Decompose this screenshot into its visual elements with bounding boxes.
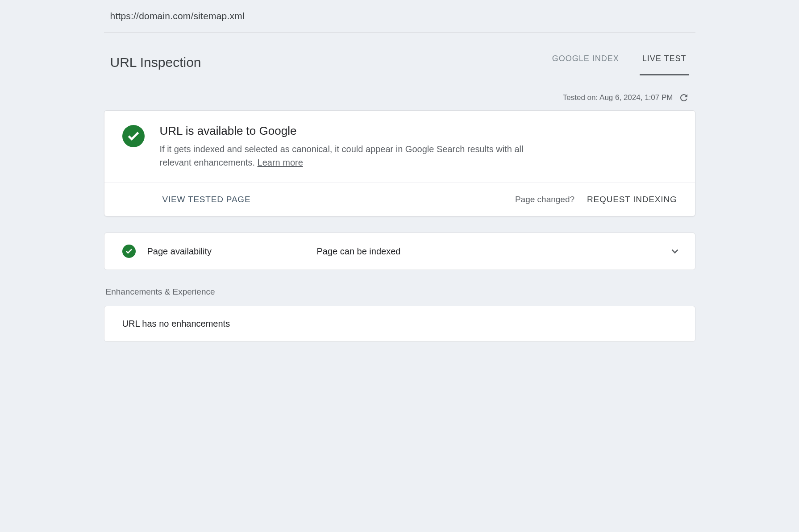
learn-more-link[interactable]: Learn more (258, 158, 303, 167)
status-title: URL is available to Google (160, 124, 677, 138)
page-availability-row[interactable]: Page availability Page can be indexed (104, 233, 695, 270)
request-indexing-button[interactable]: REQUEST INDEXING (587, 195, 677, 204)
enhancements-heading: Enhancements & Experience (104, 287, 695, 306)
enhancements-card: URL has no enhancements (104, 306, 695, 342)
tab-live-test[interactable]: LIVE TEST (640, 50, 689, 75)
inspected-url: https://domain.com/sitemap.xml (104, 0, 695, 32)
status-card: URL is available to Google If it gets in… (104, 110, 695, 216)
view-tested-page-button[interactable]: VIEW TESTED PAGE (162, 195, 251, 204)
tested-on-label: Tested on: Aug 6, 2024, 1:07 PM (563, 93, 673, 102)
check-circle-icon (122, 245, 136, 258)
tab-google-index[interactable]: GOOGLE INDEX (549, 50, 622, 75)
availability-value: Page can be indexed (317, 246, 669, 257)
status-description: If it gets indexed and selected as canon… (160, 142, 535, 169)
chevron-down-icon (669, 245, 681, 257)
availability-label: Page availability (147, 246, 317, 257)
check-circle-icon (122, 125, 145, 147)
page-changed-label: Page changed? (515, 195, 574, 204)
enhancements-message: URL has no enhancements (122, 319, 230, 328)
refresh-icon[interactable] (678, 92, 689, 103)
page-title: URL Inspection (110, 55, 201, 70)
tabs: GOOGLE INDEX LIVE TEST (549, 50, 689, 75)
